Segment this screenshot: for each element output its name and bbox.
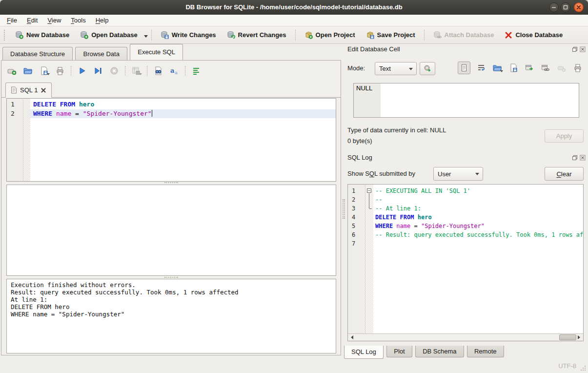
- open-database-dropdown[interactable]: [144, 35, 148, 40]
- log-line-3: -- At line 1:: [373, 204, 583, 213]
- dock-tab-db-schema[interactable]: DB Schema: [415, 346, 464, 357]
- menu-help[interactable]: Help: [91, 15, 114, 26]
- mode-combo[interactable]: Text: [375, 62, 417, 75]
- log-horizontal-scrollbar[interactable]: [348, 333, 583, 341]
- close-panel-button[interactable]: [579, 154, 586, 161]
- minimize-button[interactable]: [549, 2, 559, 12]
- text-document-icon: [460, 63, 468, 72]
- open-in-external-button[interactable]: [524, 62, 535, 73]
- print-icon: [55, 66, 65, 76]
- dock-tab-remote[interactable]: Remote: [467, 346, 504, 357]
- print-sql-button[interactable]: [55, 65, 65, 76]
- menu-file[interactable]: File: [2, 15, 22, 26]
- new-sql-tab-button[interactable]: [6, 65, 17, 76]
- menu-edit[interactable]: Edit: [22, 15, 42, 26]
- tab-execute-sql[interactable]: Execute SQL: [130, 44, 183, 60]
- set-null-icon: [557, 63, 567, 73]
- database-new-icon: [15, 31, 23, 39]
- float-panel-button[interactable]: [571, 46, 578, 52]
- close-tab-icon[interactable]: [41, 87, 46, 93]
- text-mode-button[interactable]: [458, 62, 470, 74]
- open-sql-file-button[interactable]: [22, 65, 33, 76]
- find-button[interactable]: [153, 65, 163, 76]
- toolbar-drag-handle[interactable]: [4, 30, 8, 41]
- scroll-right-arrow[interactable]: [576, 334, 583, 341]
- edit-cell-dock-title: Edit Database Cell: [347, 45, 400, 53]
- project-open-icon: [304, 31, 313, 39]
- execute-line-button[interactable]: [93, 65, 103, 76]
- mode-label: Mode:: [347, 64, 365, 72]
- cell-type-info: Type of data currently in cell: NULL: [347, 126, 446, 134]
- clear-log-button[interactable]: Clear: [545, 167, 584, 181]
- execute-all-button[interactable]: [77, 65, 87, 76]
- cell-editor-toolbar: [458, 62, 583, 74]
- toggle-results-button[interactable]: [191, 65, 202, 76]
- close-icon: [576, 5, 581, 10]
- print-cell-button[interactable]: [572, 62, 583, 73]
- close-panel-button[interactable]: [579, 46, 586, 52]
- scrollbar-thumb[interactable]: [559, 334, 576, 340]
- open-project-button[interactable]: Open Project: [299, 28, 361, 42]
- execution-message-pane[interactable]: Execution finished without errors.Result…: [6, 279, 336, 353]
- titlebar[interactable]: DB Browser for SQLite - /home/user/code/…: [0, 0, 588, 15]
- open-database-button[interactable]: Open Database: [75, 28, 143, 42]
- maximize-button[interactable]: [561, 2, 570, 12]
- sql-log-filter-combo[interactable]: User: [433, 167, 483, 181]
- resize-grip[interactable]: [580, 365, 587, 372]
- print-icon: [573, 63, 583, 73]
- save-project-button[interactable]: Save Project: [361, 28, 421, 42]
- log-line-4: DELETE FROM hero: [373, 213, 583, 222]
- menu-view[interactable]: View: [42, 15, 66, 26]
- close-database-icon: [505, 31, 512, 39]
- database-revert-icon: [227, 31, 235, 39]
- database-write-icon: [161, 31, 169, 39]
- project-save-icon: [366, 31, 374, 39]
- link-icon: [541, 63, 550, 73]
- open-file-icon: [23, 66, 33, 76]
- right-pane: Edit Database Cell Mode: Text: [344, 44, 588, 359]
- sql-file-tab[interactable]: SQL 1: [5, 83, 52, 98]
- write-changes-button[interactable]: Write Changes: [155, 28, 222, 42]
- toolbar-separator: [424, 30, 425, 41]
- sql-file-tab-label: SQL 1: [20, 86, 38, 94]
- save-sql-file-button[interactable]: [39, 65, 49, 76]
- editor-code-area[interactable]: DELETE FROM hero WHERE name = "Spider-Yo…: [30, 99, 336, 181]
- editor-fold-margin: [23, 99, 30, 181]
- log-fold-margin: [365, 185, 373, 341]
- encoding-indicator[interactable]: UTF-8: [558, 362, 576, 370]
- float-panel-button[interactable]: [571, 154, 578, 161]
- sql-editor[interactable]: 1 2 DELETE FROM hero WHERE name = "Spide…: [6, 98, 336, 182]
- export-cell-data-button[interactable]: [508, 62, 519, 73]
- sql-line-1: DELETE FROM hero: [30, 100, 336, 109]
- execute-icon: [77, 66, 87, 76]
- scroll-left-arrow[interactable]: [348, 334, 355, 341]
- text-cursor: [152, 110, 152, 117]
- copy-link-button[interactable]: [540, 62, 551, 73]
- import-from-file-button[interactable]: [420, 62, 435, 75]
- close-button[interactable]: [574, 2, 584, 12]
- import-cell-data-button[interactable]: [492, 62, 503, 73]
- svg-text:a: a: [170, 67, 175, 74]
- auto-format-icon: a a: [169, 66, 179, 76]
- new-database-button[interactable]: New Database: [10, 28, 75, 42]
- results-message-splitter[interactable]: [164, 277, 178, 278]
- cell-value-editor[interactable]: NULL: [353, 83, 579, 118]
- editor-results-splitter[interactable]: [164, 182, 178, 184]
- tab-browse-data[interactable]: Browse Data: [75, 47, 127, 60]
- dock-tab-plot[interactable]: Plot: [386, 346, 412, 357]
- editor-line-numbers: 1 2: [7, 99, 23, 181]
- auto-format-button[interactable]: a a: [169, 65, 180, 76]
- word-wrap-button[interactable]: [476, 62, 487, 73]
- results-grid[interactable]: [6, 185, 336, 276]
- menu-tools[interactable]: Tools: [66, 15, 90, 26]
- close-database-button[interactable]: Close Database: [499, 28, 568, 42]
- tab-database-structure[interactable]: Database Structure: [2, 47, 73, 60]
- revert-changes-button[interactable]: Revert Changes: [222, 28, 292, 42]
- fold-collapse-icon[interactable]: [367, 188, 371, 193]
- log-line-5: WHERE name = "Spider-Youngster": [373, 222, 583, 230]
- sql-log-view[interactable]: 1 2 3 4 5 6 7 -- EXECUTING ALL IN 'SQL 1…: [347, 184, 584, 341]
- import-dropdown-arrow: [500, 70, 503, 74]
- gear-import-icon: [423, 64, 432, 73]
- dock-tab-sql-log[interactable]: SQL Log: [344, 346, 384, 359]
- log-line-6: -- Result: query executed successfully. …: [373, 230, 583, 239]
